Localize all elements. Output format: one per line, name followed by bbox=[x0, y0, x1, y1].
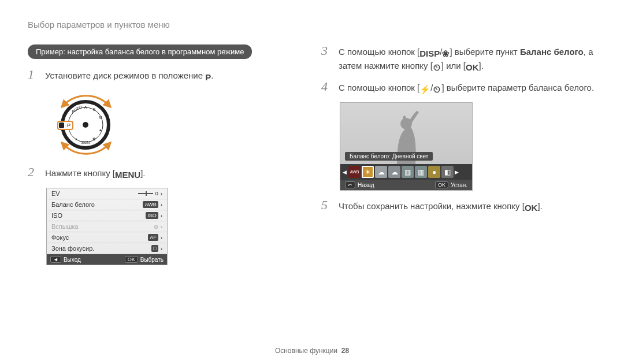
footer-label: Выбрать bbox=[140, 257, 164, 263]
ok-icon: OK bbox=[525, 202, 538, 214]
chevron-right-icon: ▶ bbox=[455, 169, 459, 175]
svg-text:A: A bbox=[84, 105, 87, 109]
footer-label: Устан. bbox=[451, 182, 467, 188]
step-number: 1 bbox=[28, 68, 38, 81]
back-key-icon: ⤺ bbox=[345, 181, 355, 188]
menu-label: Зона фокусир. bbox=[51, 245, 94, 252]
wb-chip-cloudy: ☁ bbox=[375, 166, 387, 178]
wb-chip-daylight: ☀ bbox=[362, 166, 374, 178]
timer-icon: ⏲ bbox=[433, 83, 441, 95]
menu-row: Зона фокусир. □ › bbox=[47, 243, 167, 254]
ok-icon: OK bbox=[466, 61, 479, 73]
step-number: 2 bbox=[28, 166, 38, 179]
step-2: 2 Нажмите кнопку [MENU]. bbox=[28, 166, 294, 181]
menu-label: Баланс белого bbox=[51, 201, 95, 208]
af-icon: AF bbox=[148, 234, 158, 241]
wb-chip-tungsten: ● bbox=[428, 166, 440, 178]
menu-icon: MENU bbox=[115, 169, 140, 181]
arrow-icon: › bbox=[161, 213, 162, 219]
step-text: ] выберите параметр баланса белого. bbox=[441, 83, 594, 92]
step-text: . bbox=[211, 70, 213, 80]
flash-icon: ⚡ bbox=[419, 83, 430, 95]
svg-text:SCN: SCN bbox=[81, 140, 90, 144]
menu-row: Вспышка ⊘ › bbox=[47, 221, 167, 232]
step-number: 4 bbox=[321, 80, 332, 93]
preview-footer: ⤺ Назад OK Устан. bbox=[340, 180, 472, 190]
page-footer: Основные функции 28 bbox=[0, 347, 624, 355]
timer-icon: ⏲ bbox=[433, 61, 441, 73]
wb-chip-shade: ☁ bbox=[388, 166, 400, 178]
step-text: ] выберите пункт bbox=[450, 47, 519, 57]
step-text: Установите диск режимов в положение bbox=[45, 70, 205, 80]
focus-area-icon: □ bbox=[151, 245, 158, 252]
step-text: С помощью кнопок [ bbox=[339, 83, 419, 92]
step-text: С помощью кнопок [ bbox=[339, 47, 419, 57]
footer-label: Выход bbox=[64, 257, 81, 263]
wb-option-strip: ◀ AWB ☀ ☁ ☁ ▥ ▥ ● ◧ ▶ bbox=[340, 164, 472, 180]
svg-text:✿: ✿ bbox=[92, 137, 96, 141]
menu-footer: ◄ Выход OK Выбрать bbox=[47, 254, 167, 265]
mode-dial-figure: A S M ✦ ✿ SCN ⌂ AUTO P bbox=[40, 90, 294, 161]
menu-row: Баланс белого AWB › bbox=[47, 199, 167, 210]
step-number: 5 bbox=[321, 199, 332, 211]
footer-page-number: 28 bbox=[341, 347, 349, 355]
svg-text:✦: ✦ bbox=[99, 128, 102, 132]
step-text: ]. bbox=[537, 201, 542, 211]
step-text: Нажмите кнопку [ bbox=[45, 168, 115, 178]
menu-value: 0 bbox=[155, 191, 158, 196]
menu-label: Вспышка bbox=[51, 223, 79, 230]
step-number: 3 bbox=[321, 44, 332, 57]
wb-chip-fluorescent-l: ▥ bbox=[415, 166, 427, 178]
menu-label: Фокус bbox=[51, 234, 69, 241]
arrow-icon: › bbox=[161, 191, 162, 197]
wb-chip-custom: ◧ bbox=[441, 166, 454, 178]
svg-rect-12 bbox=[59, 122, 64, 128]
chevron-left-icon: ◀ bbox=[343, 169, 347, 175]
menu-label: EV bbox=[51, 190, 60, 197]
svg-text:P: P bbox=[67, 122, 70, 128]
step-1: 1 Установите диск режимов в положение P. bbox=[28, 68, 294, 83]
svg-text:⌂: ⌂ bbox=[75, 137, 77, 141]
menu-label: ISO bbox=[51, 212, 62, 219]
wb-chip-awb: AWB bbox=[348, 166, 361, 178]
footer-label: Назад bbox=[358, 182, 374, 188]
macro-icon: ❀ bbox=[442, 47, 450, 60]
menu-row: EV 0 › bbox=[47, 188, 167, 199]
ok-key-icon: OK bbox=[435, 181, 448, 188]
step-text-bold: Баланс белого bbox=[520, 47, 584, 57]
step-text: ]. bbox=[140, 168, 145, 178]
step-3: 3 С помощью кнопок [DISP/❀] выберите пун… bbox=[321, 44, 596, 73]
page-header: Выбор параметров и пунктов меню bbox=[28, 20, 596, 29]
arrow-icon: › bbox=[161, 246, 162, 252]
awb-icon: AWB bbox=[143, 201, 158, 208]
example-pill: Пример: настройка баланса белого в прогр… bbox=[28, 44, 252, 59]
disp-icon: DISP bbox=[419, 47, 440, 60]
svg-text:M: M bbox=[99, 116, 102, 120]
step-text: ] или [ bbox=[441, 61, 466, 70]
menu-row: Фокус AF › bbox=[47, 232, 167, 243]
arrow-icon: › bbox=[161, 224, 162, 230]
back-key-icon: ◄ bbox=[50, 256, 61, 263]
step-4: 4 С помощью кнопок [⚡/⏲] выберите параме… bbox=[321, 80, 596, 95]
wb-mode-label: Баланс белого: Дневной свет bbox=[345, 152, 433, 161]
menu-row: ISO ISO › bbox=[47, 210, 167, 221]
disabled-icon: ⊘ bbox=[154, 224, 158, 230]
step-text: Чтобы сохранить настройки, нажмите кнопк… bbox=[339, 201, 525, 211]
arrow-icon: › bbox=[161, 202, 162, 208]
ok-key-icon: OK bbox=[125, 256, 138, 263]
footer-section: Основные функции bbox=[275, 347, 337, 355]
step-text: ]. bbox=[479, 61, 484, 70]
step-5: 5 Чтобы сохранить настройки, нажмите кно… bbox=[321, 199, 596, 214]
svg-point-2 bbox=[83, 122, 88, 128]
iso-icon: ISO bbox=[146, 212, 158, 219]
svg-text:S: S bbox=[93, 107, 96, 112]
wb-preview-screenshot: Баланс белого: Дневной свет ◀ AWB ☀ ☁ ☁ … bbox=[340, 102, 473, 191]
mode-p-icon: P bbox=[205, 71, 211, 83]
arrow-icon: › bbox=[161, 235, 162, 241]
wb-chip-fluorescent-h: ▥ bbox=[402, 166, 414, 178]
menu-screenshot: EV 0 › Баланс белого AWB › ISO bbox=[46, 188, 168, 265]
